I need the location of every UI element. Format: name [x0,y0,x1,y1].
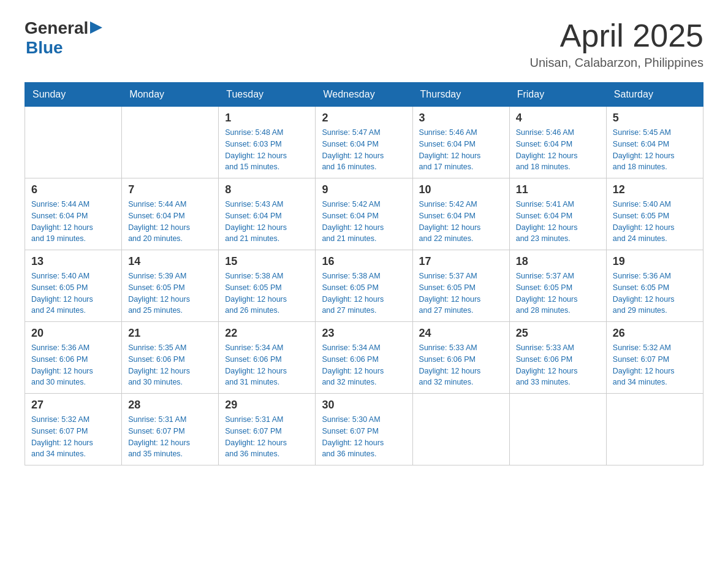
weekday-header-saturday: Saturday [606,83,703,107]
calendar-cell: 7Sunrise: 5:44 AM Sunset: 6:04 PM Daylig… [122,178,219,250]
day-number: 8 [225,183,309,196]
day-number: 14 [128,255,212,268]
day-number: 6 [31,183,115,196]
day-info: Sunrise: 5:36 AM Sunset: 6:05 PM Dayligh… [613,270,697,316]
day-info: Sunrise: 5:41 AM Sunset: 6:04 PM Dayligh… [516,199,600,245]
day-number: 30 [322,399,406,412]
day-number: 23 [322,327,406,340]
day-info: Sunrise: 5:44 AM Sunset: 6:04 PM Dayligh… [31,199,115,245]
day-info: Sunrise: 5:35 AM Sunset: 6:06 PM Dayligh… [128,342,212,388]
day-info: Sunrise: 5:48 AM Sunset: 6:03 PM Dayligh… [225,127,309,173]
calendar-subtitle: Unisan, Calabarzon, Philippines [530,56,704,70]
day-info: Sunrise: 5:37 AM Sunset: 6:05 PM Dayligh… [419,270,503,316]
day-info: Sunrise: 5:42 AM Sunset: 6:04 PM Dayligh… [419,199,503,245]
weekday-header-friday: Friday [509,83,606,107]
day-number: 27 [31,399,115,412]
day-info: Sunrise: 5:40 AM Sunset: 6:05 PM Dayligh… [613,199,697,245]
title-section: April 2025 Unisan, Calabarzon, Philippin… [530,18,704,70]
calendar-cell: 21Sunrise: 5:35 AM Sunset: 6:06 PM Dayli… [122,322,219,394]
calendar-cell: 22Sunrise: 5:34 AM Sunset: 6:06 PM Dayli… [219,322,316,394]
calendar-cell: 23Sunrise: 5:34 AM Sunset: 6:06 PM Dayli… [316,322,412,394]
calendar-cell: 8Sunrise: 5:43 AM Sunset: 6:04 PM Daylig… [219,178,316,250]
day-info: Sunrise: 5:31 AM Sunset: 6:07 PM Dayligh… [128,414,212,460]
week-row-1: 1Sunrise: 5:48 AM Sunset: 6:03 PM Daylig… [25,107,703,178]
day-info: Sunrise: 5:33 AM Sunset: 6:06 PM Dayligh… [419,342,503,388]
week-row-3: 13Sunrise: 5:40 AM Sunset: 6:05 PM Dayli… [25,250,703,322]
svg-marker-0 [90,21,102,34]
weekday-header-sunday: Sunday [25,83,122,107]
day-info: Sunrise: 5:46 AM Sunset: 6:04 PM Dayligh… [419,127,503,173]
day-info: Sunrise: 5:44 AM Sunset: 6:04 PM Dayligh… [128,199,212,245]
day-info: Sunrise: 5:47 AM Sunset: 6:04 PM Dayligh… [322,127,406,173]
calendar-cell: 29Sunrise: 5:31 AM Sunset: 6:07 PM Dayli… [219,394,316,465]
day-number: 13 [31,255,115,268]
weekday-header-wednesday: Wednesday [316,83,412,107]
calendar-cell: 11Sunrise: 5:41 AM Sunset: 6:04 PM Dayli… [509,178,606,250]
calendar-cell: 2Sunrise: 5:47 AM Sunset: 6:04 PM Daylig… [316,107,412,178]
calendar-cell: 6Sunrise: 5:44 AM Sunset: 6:04 PM Daylig… [25,178,122,250]
day-info: Sunrise: 5:45 AM Sunset: 6:04 PM Dayligh… [613,127,697,173]
weekday-header-tuesday: Tuesday [219,83,316,107]
page-header: General Blue April 2025 Unisan, Calabarz… [25,18,703,70]
logo-arrow-icon [90,21,102,34]
day-info: Sunrise: 5:37 AM Sunset: 6:05 PM Dayligh… [516,270,600,316]
day-number: 12 [613,183,697,196]
calendar-cell: 9Sunrise: 5:42 AM Sunset: 6:04 PM Daylig… [316,178,412,250]
day-info: Sunrise: 5:42 AM Sunset: 6:04 PM Dayligh… [322,199,406,245]
calendar-title: April 2025 [530,18,704,53]
calendar-cell: 30Sunrise: 5:30 AM Sunset: 6:07 PM Dayli… [316,394,412,465]
day-number: 1 [225,112,309,124]
calendar-header-row: SundayMondayTuesdayWednesdayThursdayFrid… [25,83,703,107]
day-info: Sunrise: 5:40 AM Sunset: 6:05 PM Dayligh… [31,270,115,316]
day-info: Sunrise: 5:34 AM Sunset: 6:06 PM Dayligh… [322,342,406,388]
calendar-cell [25,107,122,178]
day-info: Sunrise: 5:32 AM Sunset: 6:07 PM Dayligh… [31,414,115,460]
day-number: 29 [225,399,309,412]
day-number: 24 [419,327,503,340]
day-info: Sunrise: 5:30 AM Sunset: 6:07 PM Dayligh… [322,414,406,460]
day-info: Sunrise: 5:36 AM Sunset: 6:06 PM Dayligh… [31,342,115,388]
day-number: 4 [516,112,600,124]
day-info: Sunrise: 5:46 AM Sunset: 6:04 PM Dayligh… [516,127,600,173]
day-number: 17 [419,255,503,268]
calendar-cell: 12Sunrise: 5:40 AM Sunset: 6:05 PM Dayli… [606,178,703,250]
weekday-header-monday: Monday [122,83,219,107]
week-row-5: 27Sunrise: 5:32 AM Sunset: 6:07 PM Dayli… [25,394,703,465]
calendar-cell: 14Sunrise: 5:39 AM Sunset: 6:05 PM Dayli… [122,250,219,322]
week-row-4: 20Sunrise: 5:36 AM Sunset: 6:06 PM Dayli… [25,322,703,394]
day-info: Sunrise: 5:38 AM Sunset: 6:05 PM Dayligh… [225,270,309,316]
day-info: Sunrise: 5:33 AM Sunset: 6:06 PM Dayligh… [516,342,600,388]
calendar-cell: 28Sunrise: 5:31 AM Sunset: 6:07 PM Dayli… [122,394,219,465]
week-row-2: 6Sunrise: 5:44 AM Sunset: 6:04 PM Daylig… [25,178,703,250]
day-number: 2 [322,112,406,124]
day-number: 3 [419,112,503,124]
day-number: 26 [613,327,697,340]
day-number: 15 [225,255,309,268]
calendar-cell: 10Sunrise: 5:42 AM Sunset: 6:04 PM Dayli… [412,178,509,250]
day-info: Sunrise: 5:38 AM Sunset: 6:05 PM Dayligh… [322,270,406,316]
calendar-cell [509,394,606,465]
calendar-cell: 15Sunrise: 5:38 AM Sunset: 6:05 PM Dayli… [219,250,316,322]
logo-blue-text: Blue [26,38,102,58]
calendar-cell: 20Sunrise: 5:36 AM Sunset: 6:06 PM Dayli… [25,322,122,394]
calendar-cell: 5Sunrise: 5:45 AM Sunset: 6:04 PM Daylig… [606,107,703,178]
calendar-cell: 24Sunrise: 5:33 AM Sunset: 6:06 PM Dayli… [412,322,509,394]
logo-general-text: General [25,18,88,38]
day-number: 16 [322,255,406,268]
day-number: 9 [322,183,406,196]
day-number: 20 [31,327,115,340]
calendar-cell: 27Sunrise: 5:32 AM Sunset: 6:07 PM Dayli… [25,394,122,465]
day-number: 19 [613,255,697,268]
calendar-cell [122,107,219,178]
calendar-cell: 1Sunrise: 5:48 AM Sunset: 6:03 PM Daylig… [219,107,316,178]
day-number: 21 [128,327,212,340]
day-number: 25 [516,327,600,340]
day-info: Sunrise: 5:31 AM Sunset: 6:07 PM Dayligh… [225,414,309,460]
day-number: 18 [516,255,600,268]
day-number: 7 [128,183,212,196]
day-info: Sunrise: 5:43 AM Sunset: 6:04 PM Dayligh… [225,199,309,245]
calendar-table: SundayMondayTuesdayWednesdayThursdayFrid… [25,82,703,465]
day-info: Sunrise: 5:34 AM Sunset: 6:06 PM Dayligh… [225,342,309,388]
calendar-cell: 3Sunrise: 5:46 AM Sunset: 6:04 PM Daylig… [412,107,509,178]
calendar-cell: 16Sunrise: 5:38 AM Sunset: 6:05 PM Dayli… [316,250,412,322]
